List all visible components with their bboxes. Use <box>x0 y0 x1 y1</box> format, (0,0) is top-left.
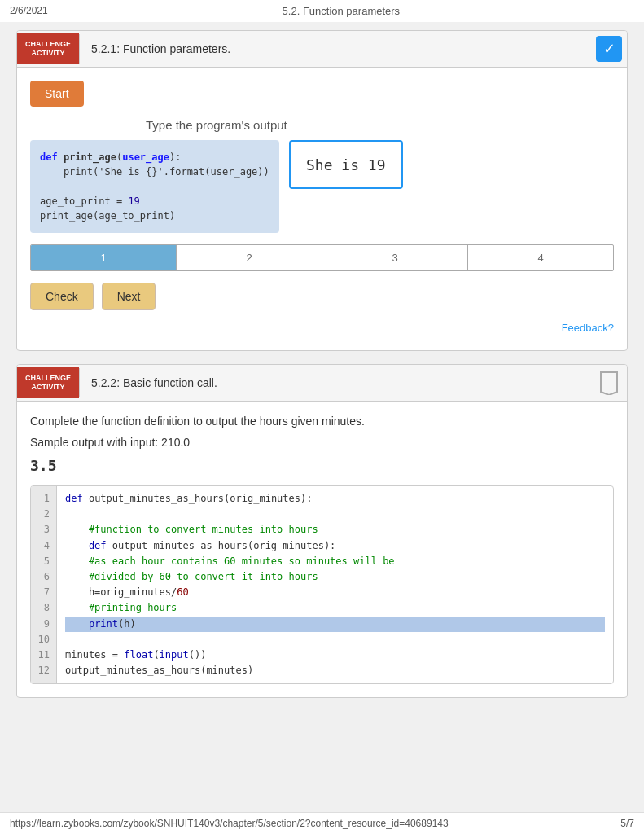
progress-segment-1[interactable]: 1 <box>31 245 177 270</box>
svg-marker-0 <box>601 372 617 395</box>
card2-body: Complete the function definition to outp… <box>17 402 627 697</box>
top-bar: 2/6/2021 5.2. Function parameters <box>0 0 644 22</box>
output-box[interactable]: She is 19 <box>289 140 403 189</box>
challenge-badge-2: CHALLENGE ACTIVITY <box>17 367 79 398</box>
output-prompt: Type the program's output <box>30 118 403 132</box>
check-button[interactable]: Check <box>30 283 94 310</box>
action-buttons: Check Next <box>30 283 614 310</box>
feedback-link[interactable]: Feedback? <box>30 318 614 337</box>
next-button[interactable]: Next <box>102 283 156 310</box>
code-block-1: def print_age(user_age): print('She is {… <box>30 140 279 233</box>
main-content: CHALLENGE ACTIVITY 5.2.1: Function param… <box>0 22 644 719</box>
card2-description: Complete the function definition to outp… <box>30 415 614 428</box>
card1-header-icon: ✓ <box>591 31 627 67</box>
output-section: Type the program's output def print_age(… <box>30 118 614 233</box>
challenge-badge-1: CHALLENGE ACTIVITY <box>17 33 79 64</box>
card1-title: 5.2.1: Function parameters. <box>79 34 591 64</box>
bookmark-icon <box>599 371 619 395</box>
sample-value: 3.5 <box>30 457 614 474</box>
sample-output-label: Sample output with input: 210.0 <box>30 436 614 449</box>
progress-segment-4[interactable]: 4 <box>468 245 613 270</box>
start-button[interactable]: Start <box>30 81 84 107</box>
page-title: 5.2. Function parameters <box>283 5 401 17</box>
card-challenge-1: CHALLENGE ACTIVITY 5.2.1: Function param… <box>16 30 628 351</box>
card2-title: 5.2.2: Basic function call. <box>79 368 591 397</box>
code-lines[interactable]: def output_minutes_as_hours(orig_minutes… <box>57 486 613 683</box>
code-editor[interactable]: 12345 678910 1112 def output_minutes_as_… <box>30 485 614 684</box>
card-challenge-2: CHALLENGE ACTIVITY 5.2.2: Basic function… <box>16 364 628 698</box>
card2-header-icon <box>591 365 627 401</box>
checkmark-icon: ✓ <box>596 36 622 62</box>
progress-segment-2[interactable]: 2 <box>177 245 322 270</box>
card1-header: CHALLENGE ACTIVITY 5.2.1: Function param… <box>17 31 627 68</box>
progress-bar: 1 2 3 4 <box>30 244 614 271</box>
card1-body: Start Type the program's output def prin… <box>17 68 627 350</box>
date-label: 2/6/2021 <box>10 5 48 17</box>
progress-segment-3[interactable]: 3 <box>322 245 468 270</box>
line-numbers: 12345 678910 1112 <box>31 486 57 683</box>
card2-header: CHALLENGE ACTIVITY 5.2.2: Basic function… <box>17 365 627 402</box>
